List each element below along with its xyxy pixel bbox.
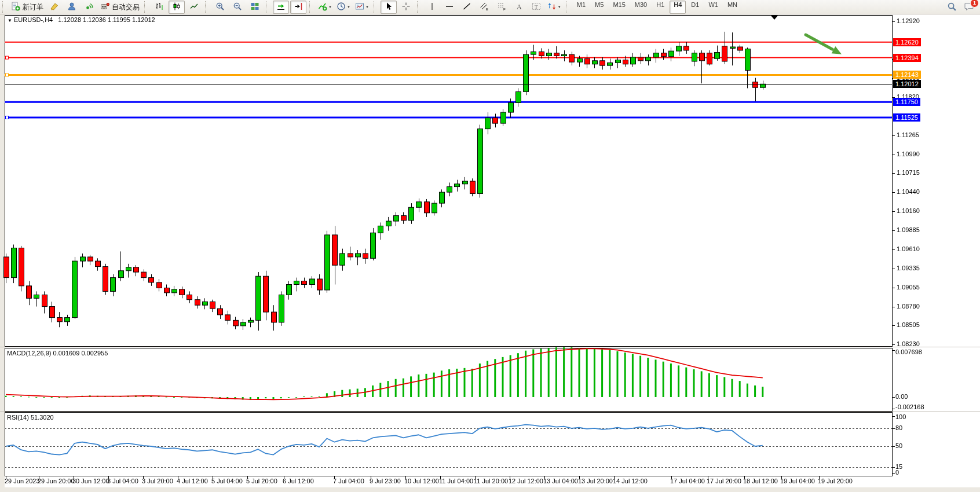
toolbar-grip: [2, 1, 7, 13]
fibonacci-icon: F: [497, 2, 506, 12]
vertical-line-tool-button[interactable]: [424, 1, 440, 14]
timeframe-button-d1[interactable]: D1: [687, 1, 703, 14]
toolbar-separator: [309, 1, 314, 13]
equidistant-channel-tool-button[interactable]: E: [476, 1, 492, 14]
text-tool-button[interactable]: A: [511, 1, 527, 14]
toolbar-separator: [144, 1, 149, 13]
autotrading-label: 自动交易: [112, 2, 140, 12]
toolbar-separator: [266, 1, 270, 13]
template-icon: [355, 2, 364, 12]
bar-chart-mode-button[interactable]: [151, 1, 167, 14]
chevron-down-icon: ▼: [347, 5, 350, 9]
timeframe-button-h4[interactable]: H4: [670, 1, 686, 14]
text-label-tool-button[interactable]: T: [528, 1, 544, 14]
auto-scroll-button[interactable]: [273, 1, 289, 14]
timeframe-button-mn[interactable]: MN: [723, 1, 741, 14]
arrows-tool-button[interactable]: ▼: [546, 1, 563, 14]
timeframe-toolbar: M1M5M15M30H1H4D1W1MN: [572, 1, 742, 14]
new-order-button[interactable]: 新订单: [9, 1, 45, 14]
autotrading-robot-icon: [100, 2, 109, 12]
svg-text:A: A: [517, 3, 522, 11]
community-button[interactable]: [64, 1, 80, 14]
autotrading-button[interactable]: 自动交易: [98, 1, 141, 14]
timeframe-button-m5[interactable]: M5: [591, 1, 608, 14]
zoom-out-icon: [233, 2, 242, 12]
text-label-icon: T: [532, 2, 541, 12]
candlestick-icon: [172, 2, 181, 12]
tile-windows-button[interactable]: [247, 1, 263, 14]
candlestick-mode-button[interactable]: [169, 1, 185, 14]
trendline-tool-button[interactable]: [459, 1, 475, 14]
chevron-down-icon: ▼: [328, 5, 332, 9]
zoom-out-button[interactable]: [229, 1, 246, 14]
toolbar: 新订单 自动交易: [0, 0, 980, 14]
toolbar-separator: [417, 1, 422, 13]
svg-text:E: E: [486, 8, 488, 11]
bar-chart-icon: [155, 2, 164, 12]
chevron-down-icon: ▼: [365, 5, 369, 9]
trendline-icon: [462, 2, 471, 12]
channel-icon: E: [480, 2, 489, 12]
cursor-arrow-icon: [384, 2, 393, 12]
toolbar-separator: [374, 1, 378, 13]
signals-broadcast-icon: [85, 2, 94, 12]
notification-badge: 1: [970, 0, 979, 8]
line-chart-icon: [189, 2, 199, 12]
timeframe-button-m30[interactable]: M30: [631, 1, 651, 14]
timeframe-button-m1[interactable]: M1: [573, 1, 590, 14]
text-icon: A: [514, 2, 524, 12]
toolbar-separator: [205, 1, 210, 13]
metaeditor-icon: [50, 2, 59, 12]
indicators-icon: [318, 2, 327, 12]
timeframe-button-m15[interactable]: M15: [609, 1, 629, 14]
horizontal-line-icon: [445, 2, 454, 12]
periods-button[interactable]: ▼: [335, 1, 352, 14]
fibonacci-tool-button[interactable]: F: [493, 1, 510, 14]
svg-text:F: F: [503, 8, 506, 11]
line-chart-mode-button[interactable]: [186, 1, 202, 14]
svg-text:T: T: [535, 4, 538, 10]
crosshair-icon: [401, 2, 411, 12]
metaeditor-button[interactable]: [46, 1, 63, 14]
new-order-icon: [11, 2, 20, 12]
notifications-button[interactable]: 1: [961, 1, 977, 14]
cursor-button[interactable]: [381, 1, 397, 14]
new-order-label: 新订单: [23, 2, 43, 12]
chart-window: ▼ EURUSD-,H4 1.12028 1.12036 1.11995 1.1…: [0, 14, 980, 492]
chart-shift-icon: [294, 2, 303, 12]
clock-icon: [337, 2, 346, 12]
indicators-button[interactable]: ▼: [316, 1, 334, 14]
timeframe-button-h1[interactable]: H1: [652, 1, 668, 14]
crosshair-button[interactable]: [398, 1, 414, 14]
toolbar-separator: [566, 1, 571, 13]
signals-button[interactable]: [81, 1, 97, 14]
auto-scroll-icon: [276, 2, 286, 12]
horizontal-line-tool-button[interactable]: [441, 1, 458, 14]
zoom-in-button[interactable]: [212, 1, 228, 14]
community-person-icon: [67, 2, 76, 12]
timeframe-button-w1[interactable]: W1: [704, 1, 722, 14]
search-icon: [947, 2, 957, 13]
tile-windows-icon: [250, 2, 259, 12]
zoom-in-icon: [215, 2, 225, 12]
application-window: 新订单 自动交易: [0, 0, 980, 492]
templates-button[interactable]: ▼: [353, 1, 371, 14]
search-button[interactable]: [944, 1, 960, 14]
vertical-line-icon: [427, 2, 437, 12]
chevron-down-icon: ▼: [558, 5, 561, 9]
chart-plot-canvas[interactable]: [0, 14, 980, 492]
chart-shift-button[interactable]: [290, 1, 306, 14]
arrows-icon: [547, 2, 557, 12]
